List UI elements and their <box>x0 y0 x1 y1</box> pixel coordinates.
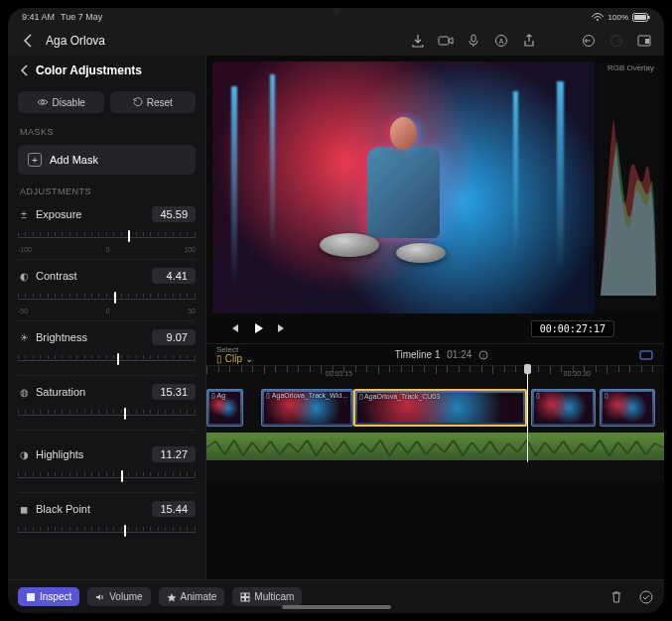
timecode-display[interactable]: 00:00:27:17 <box>531 320 614 337</box>
svg-rect-17 <box>241 593 245 597</box>
camera-icon[interactable] <box>438 33 454 49</box>
next-frame-icon[interactable] <box>274 320 290 336</box>
svg-rect-19 <box>241 597 245 601</box>
play-icon[interactable] <box>250 320 266 336</box>
adjustment-slider[interactable] <box>18 351 196 369</box>
mic-icon[interactable] <box>466 33 481 49</box>
svg-rect-4 <box>439 37 449 45</box>
highlights-icon: ◑ <box>18 448 30 460</box>
adjustment-slider[interactable] <box>18 290 196 308</box>
reset-button[interactable]: Reset <box>110 91 197 113</box>
status-time: 9:41 AM <box>22 12 55 22</box>
adjustment-highlights: ◑ Highlights 11.27 <box>8 440 205 490</box>
adjustment-label: Saturation <box>36 386 85 398</box>
inspect-button[interactable]: Inspect <box>18 587 79 606</box>
timeline-clip[interactable]: ▯ Ag <box>206 389 243 427</box>
adjustment-value[interactable]: 4.41 <box>152 268 196 284</box>
adjustment-exposure: ± Exposure 45.59 -1000100 <box>8 200 205 257</box>
adjustment-black-point: ◼ Black Point 15.44 <box>8 495 205 545</box>
saturation-icon: ◍ <box>18 386 30 398</box>
undo-icon[interactable] <box>581 33 597 49</box>
svg-point-21 <box>640 591 652 603</box>
scopes-panel[interactable]: RGB Overlay <box>599 62 658 313</box>
adjustment-value[interactable]: 15.31 <box>152 384 196 400</box>
scope-label: RGB Overlay <box>607 63 654 72</box>
adjustment-value[interactable]: 45.59 <box>152 206 196 222</box>
adjustment-label: Contrast <box>36 270 77 282</box>
brightness-icon: ☀ <box>18 331 30 343</box>
titles-icon[interactable]: A <box>493 33 509 49</box>
timeline-tracks[interactable]: ▯ Ag▯ AgaOrlova_Track_Wid…▯ AgaOrlova_Tr… <box>206 383 664 480</box>
adjustment-slider[interactable] <box>18 406 196 424</box>
clip-mode[interactable]: ▯ Clip ⌄ <box>216 354 253 364</box>
adjustment-slider[interactable] <box>18 468 196 486</box>
adjustment-label: Black Point <box>36 503 90 515</box>
svg-rect-18 <box>246 593 250 597</box>
app-header: Aga Orlova A <box>8 26 664 56</box>
home-indicator[interactable] <box>282 605 391 609</box>
timeline-clip[interactable]: ▯ <box>531 389 596 427</box>
svg-rect-11 <box>645 39 649 44</box>
masks-section-label: MASKS <box>8 119 205 141</box>
plus-icon: + <box>28 153 42 167</box>
adjustment-value[interactable]: 11.27 <box>152 446 196 462</box>
svg-rect-5 <box>471 35 475 42</box>
adjustments-section-label: ADJUSTMENTS <box>8 179 205 200</box>
import-icon[interactable] <box>410 33 426 49</box>
svg-rect-15 <box>640 351 652 359</box>
multicam-button[interactable]: Multicam <box>232 587 302 606</box>
svg-rect-3 <box>648 16 650 19</box>
timeline-settings-icon[interactable] <box>638 347 654 363</box>
confirm-icon[interactable] <box>638 589 654 605</box>
redo-icon[interactable] <box>608 33 624 49</box>
add-mask-button[interactable]: + Add Mask <box>18 145 196 175</box>
adjustment-brightness: ☀ Brightness 9.07 <box>8 323 205 373</box>
panel-header[interactable]: Color Adjustments <box>8 56 205 85</box>
volume-button[interactable]: Volume <box>87 587 150 606</box>
exposure-icon: ± <box>18 208 30 220</box>
svg-rect-20 <box>246 597 250 601</box>
panel-title: Color Adjustments <box>36 63 142 77</box>
adjustment-saturation: ◍ Saturation 15.31 <box>8 378 205 428</box>
svg-rect-16 <box>27 593 35 601</box>
prev-frame-icon[interactable] <box>226 320 242 336</box>
timeline-clip[interactable]: ▯ <box>600 389 654 427</box>
svg-point-0 <box>597 19 599 21</box>
timeline-clip[interactable]: ▯ AgaOrlova_Track_Wid… <box>261 389 352 427</box>
svg-rect-2 <box>634 15 646 20</box>
inspector-sidebar: Color Adjustments Disable Reset MASKS + … <box>8 56 206 579</box>
timeline-title[interactable]: Timeline 1 01:24 i <box>395 349 488 360</box>
transport-bar: 00:00:27:17 <box>206 313 664 343</box>
adjustment-label: Brightness <box>36 331 87 343</box>
svg-text:i: i <box>482 353 483 359</box>
audio-track[interactable] <box>206 433 664 460</box>
adjustment-value[interactable]: 15.44 <box>152 501 196 517</box>
project-title: Aga Orlova <box>46 34 105 48</box>
timeline-clip[interactable]: ▯ AgaOrlova_Track_CU03 <box>353 389 527 427</box>
adjustment-label: Exposure <box>36 208 81 220</box>
animate-button[interactable]: Animate <box>159 587 225 606</box>
svg-text:A: A <box>499 38 504 45</box>
status-date: Tue 7 May <box>61 12 102 22</box>
adjustment-slider[interactable] <box>18 523 196 541</box>
adjustment-label: Highlights <box>36 448 83 460</box>
timeline-ruler[interactable]: 00:00:15 00:00:30 <box>206 365 664 383</box>
share-icon[interactable] <box>521 33 537 49</box>
trash-icon[interactable] <box>608 589 624 605</box>
video-preview[interactable] <box>212 62 595 313</box>
black point-icon: ◼ <box>18 503 30 515</box>
timeline-header: Select ▯ Clip ⌄ Timeline 1 01:24 i <box>206 343 664 365</box>
fullscreen-icon[interactable] <box>636 33 652 49</box>
contrast-icon: ◐ <box>18 270 30 282</box>
adjustment-slider[interactable] <box>18 228 196 246</box>
playhead[interactable] <box>527 366 528 462</box>
adjustment-value[interactable]: 9.07 <box>152 329 196 345</box>
adjustment-contrast: ◐ Contrast 4.41 -50050 <box>8 262 205 318</box>
back-button[interactable] <box>20 33 36 49</box>
svg-point-12 <box>41 101 44 104</box>
disable-button[interactable]: Disable <box>18 91 104 113</box>
